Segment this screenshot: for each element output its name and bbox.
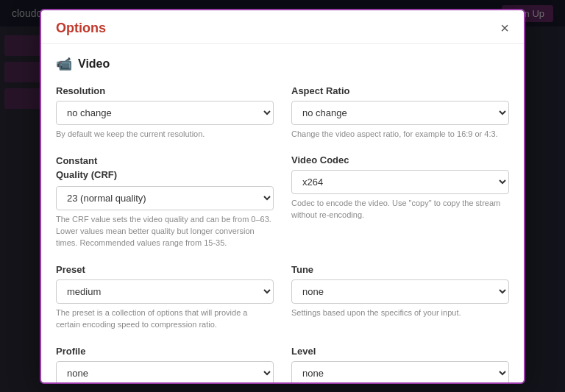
profile-select[interactable]: none baseline main high bbox=[56, 361, 274, 384]
tune-desc: Settings based upon the specifics of you… bbox=[291, 307, 509, 319]
section-header: 📹 Video bbox=[56, 56, 509, 72]
section-title: Video bbox=[78, 57, 110, 71]
close-button[interactable]: × bbox=[500, 21, 509, 35]
modal-header: Options × bbox=[41, 10, 524, 44]
profile-group: Profile none baseline main high Set outp… bbox=[56, 346, 274, 384]
preset-label: Preset bbox=[56, 264, 274, 275]
resolution-label: Resolution bbox=[56, 85, 274, 96]
crf-desc: The CRF value sets the video quality and… bbox=[56, 214, 274, 249]
crf-select[interactable]: 23 (normal quality) 18 (high quality) 28… bbox=[56, 186, 274, 210]
preset-group: Preset ultrafast superfast veryfast fast… bbox=[56, 264, 274, 331]
tune-group: Tune none film animation grain stillimag… bbox=[291, 264, 509, 331]
video-codec-label: Video Codec bbox=[291, 154, 509, 165]
modal-body: 📹 Video Resolution no change 1920x1080 1… bbox=[41, 44, 524, 384]
level-group: Level none 3.0 3.1 4.0 4.1 4.2 5.0 5.1 S… bbox=[291, 346, 509, 384]
video-codec-desc: Codec to encode the video. Use "copy" to… bbox=[291, 198, 509, 221]
resolution-desc: By default we keep the current resolutio… bbox=[56, 129, 274, 140]
video-codec-group: Video Codec x264 x265 vp9 copy Codec to … bbox=[291, 154, 509, 249]
preset-select[interactable]: ultrafast superfast veryfast faster fast… bbox=[56, 279, 274, 304]
crf-group: ConstantQuality (CRF) 23 (normal quality… bbox=[56, 154, 274, 249]
crf-label: ConstantQuality (CRF) bbox=[56, 154, 274, 181]
modal-wrapper: Options × 📹 Video Resolution no change 1… bbox=[0, 0, 565, 392]
tune-label: Tune bbox=[291, 264, 509, 275]
options-modal: Options × 📹 Video Resolution no change 1… bbox=[40, 9, 525, 384]
aspect-ratio-group: Aspect Ratio no change 16:9 4:3 1:1 Chan… bbox=[291, 85, 509, 140]
profile-label: Profile bbox=[56, 346, 274, 357]
aspect-ratio-desc: Change the video aspect ratio, for examp… bbox=[291, 129, 509, 140]
modal-title: Options bbox=[56, 21, 106, 36]
aspect-ratio-select[interactable]: no change 16:9 4:3 1:1 bbox=[291, 101, 509, 125]
resolution-group: Resolution no change 1920x1080 1280x720 … bbox=[56, 85, 274, 140]
aspect-ratio-label: Aspect Ratio bbox=[291, 85, 509, 96]
options-grid: Resolution no change 1920x1080 1280x720 … bbox=[56, 85, 509, 384]
video-codec-select[interactable]: x264 x265 vp9 copy bbox=[291, 170, 509, 194]
resolution-select[interactable]: no change 1920x1080 1280x720 640x480 bbox=[56, 101, 274, 125]
preset-desc: The preset is a collection of options th… bbox=[56, 307, 274, 331]
level-label: Level bbox=[291, 346, 509, 357]
video-icon: 📹 bbox=[56, 56, 72, 72]
level-select[interactable]: none 3.0 3.1 4.0 4.1 4.2 5.0 5.1 bbox=[291, 361, 509, 384]
tune-select[interactable]: none film animation grain stillimage fas… bbox=[291, 279, 509, 304]
